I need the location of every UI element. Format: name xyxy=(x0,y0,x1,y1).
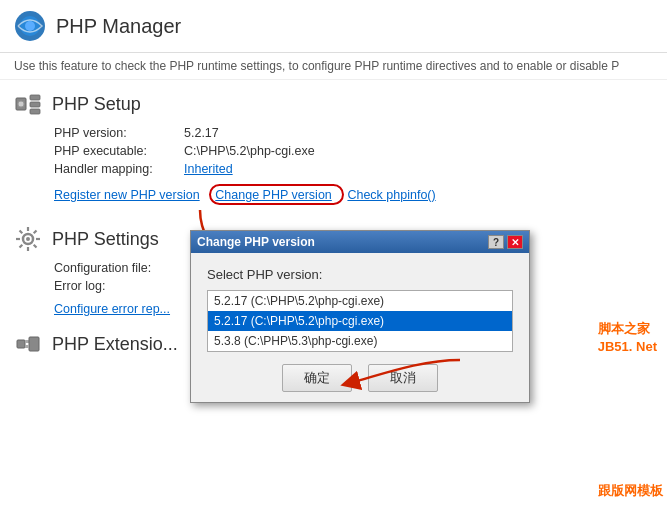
dialog-overlay: Change PHP version ? ✕ Select PHP versio… xyxy=(0,0,667,512)
dialog-cancel-button[interactable]: 取消 xyxy=(368,364,438,392)
dialog-controls: ? ✕ xyxy=(488,235,523,249)
dialog-buttons: 确定 取消 xyxy=(207,364,513,392)
dialog-title: Change PHP version xyxy=(197,235,315,249)
listbox-item-0[interactable]: 5.2.17 (C:\PHP\5.2\php-cgi.exe) xyxy=(208,291,512,311)
dialog-help-button[interactable]: ? xyxy=(488,235,504,249)
php-version-listbox[interactable]: 5.2.17 (C:\PHP\5.2\php-cgi.exe) 5.2.17 (… xyxy=(207,290,513,352)
dialog-select-label: Select PHP version: xyxy=(207,267,513,282)
dialog-titlebar: Change PHP version ? ✕ xyxy=(191,231,529,253)
dialog-content: Select PHP version: 5.2.17 (C:\PHP\5.2\p… xyxy=(191,253,529,402)
dialog-close-button[interactable]: ✕ xyxy=(507,235,523,249)
listbox-item-2[interactable]: 5.3.8 (C:\PHP\5.3\php-cgi.exe) xyxy=(208,331,512,351)
change-php-dialog: Change PHP version ? ✕ Select PHP versio… xyxy=(190,230,530,403)
dialog-confirm-button[interactable]: 确定 xyxy=(282,364,352,392)
listbox-item-1[interactable]: 5.2.17 (C:\PHP\5.2\php-cgi.exe) xyxy=(208,311,512,331)
watermark-genban: 跟版网模板 xyxy=(594,480,667,502)
